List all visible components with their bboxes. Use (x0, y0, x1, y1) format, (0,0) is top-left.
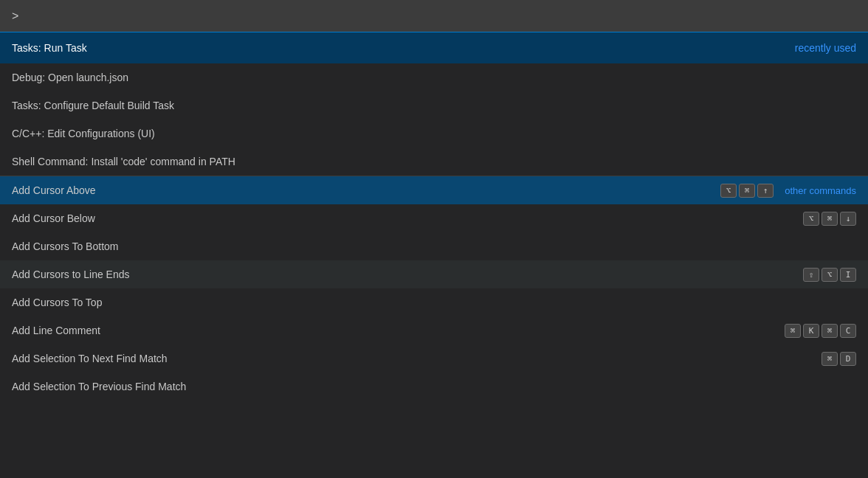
recently-used-filter[interactable]: recently used (795, 42, 856, 54)
key: ⌥ (822, 268, 838, 282)
list-item[interactable]: Add Cursor Above ⌥ ⌘ ↑ other commands (0, 176, 868, 204)
key: ↑ (757, 184, 774, 198)
search-bar: > (0, 0, 868, 32)
search-prompt: > (12, 10, 18, 23)
keybinding: ⇧ ⌥ I (803, 268, 856, 282)
key: ⌘ (785, 324, 801, 338)
list-item[interactable]: Add Selection To Next Find Match ⌘ D (0, 344, 868, 373)
command-label: Debug: Open launch.json (12, 72, 856, 83)
list-item[interactable]: Add Cursors To Top (0, 288, 868, 316)
key: ⌘ (739, 184, 755, 198)
search-input[interactable] (21, 10, 856, 23)
keybinding: ⌘ D (822, 352, 856, 366)
command-label: Tasks: Configure Default Build Task (12, 100, 856, 111)
key: ⌘ (822, 352, 838, 366)
command-label: Add Cursors To Top (12, 297, 856, 308)
key: ⇧ (803, 268, 819, 282)
keybinding: ⌥ ⌘ ↓ (803, 212, 856, 226)
key: ⌘ (822, 212, 838, 226)
section-header: Tasks: Run Task recently used (0, 32, 868, 63)
command-label: Add Cursor Below (12, 212, 791, 224)
keybinding: ⌘ K ⌘ C (785, 324, 856, 338)
list-item[interactable]: Add Cursors to Line Ends ⇧ ⌥ I (0, 260, 868, 288)
key: D (840, 352, 856, 366)
keybinding: ⌥ ⌘ ↑ other commands (720, 184, 856, 198)
key: ⌘ (822, 324, 838, 338)
list-item[interactable]: C/C++: Edit Configurations (UI) (0, 119, 868, 148)
command-list: Debug: Open launch.json Tasks: Configure… (0, 63, 868, 478)
key: ⌥ (720, 184, 737, 198)
command-palette: > Tasks: Run Task recently used Debug: O… (0, 0, 868, 478)
command-label: Add Cursor Above (12, 184, 709, 196)
list-item[interactable]: Add Selection To Previous Find Match (0, 373, 868, 401)
other-commands-link[interactable]: other commands (785, 185, 856, 196)
key: I (840, 268, 856, 282)
list-item[interactable]: Shell Command: Install 'code' command in… (0, 148, 868, 176)
command-label: Add Line Comment (12, 325, 773, 336)
command-label: Add Selection To Previous Find Match (12, 381, 856, 392)
command-label: Add Cursors To Bottom (12, 240, 856, 252)
key: C (840, 324, 856, 338)
list-item[interactable]: Add Cursor Below ⌥ ⌘ ↓ (0, 204, 868, 232)
command-label: Add Cursors to Line Ends (12, 269, 791, 280)
command-label: Add Selection To Next Find Match (12, 353, 810, 364)
command-label: C/C++: Edit Configurations (UI) (12, 128, 856, 139)
command-label: Shell Command: Install 'code' command in… (12, 156, 856, 167)
key: ↓ (840, 212, 856, 226)
key: K (803, 324, 819, 338)
list-item[interactable]: Tasks: Configure Default Build Task (0, 91, 868, 119)
key: ⌥ (803, 212, 819, 226)
list-item[interactable]: Add Cursors To Bottom (0, 232, 868, 260)
list-item[interactable]: Debug: Open launch.json (0, 63, 868, 91)
section-title: Tasks: Run Task (12, 42, 87, 54)
list-item[interactable]: Add Line Comment ⌘ K ⌘ C (0, 316, 868, 344)
